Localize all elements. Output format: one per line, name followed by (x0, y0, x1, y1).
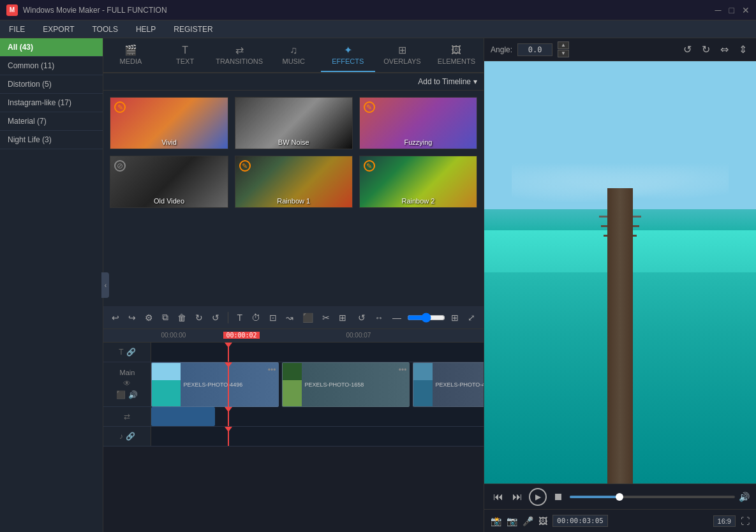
rotate-btn[interactable]: ↻ (192, 311, 206, 324)
add-to-timeline-btn[interactable]: Add to Timeline ▾ (418, 77, 477, 86)
stop-btn[interactable]: ⏹ (551, 490, 566, 504)
fx-arrow-btn[interactable]: ⇄ (124, 412, 130, 421)
clip-2-dots[interactable]: ••• (399, 366, 407, 374)
scissors-btn[interactable]: ✂ (319, 311, 333, 324)
category-nightlife[interactable]: Night Life (3) (0, 131, 103, 149)
screenshot-btn[interactable]: 🖼 (538, 516, 547, 526)
square-btn[interactable]: ⬛ (116, 390, 126, 399)
progress-bar[interactable] (570, 496, 735, 498)
volume-icon[interactable]: 🔊 (739, 492, 750, 502)
menu-file[interactable]: FILE (0, 20, 34, 38)
tab-text[interactable]: T TEXT (158, 38, 212, 72)
fullscreen-btn[interactable]: ⤢ (464, 311, 478, 324)
effect-fuzzying[interactable]: ✎ Fuzzying (359, 97, 477, 149)
pencil-icon-2: ✎ (364, 101, 375, 113)
tab-elements[interactable]: 🖼 ELEMENTS (429, 38, 484, 72)
clip-1-dots[interactable]: ••• (268, 366, 276, 374)
audio-track-label: ♪ 🔗 (103, 427, 151, 446)
clip-1[interactable]: PEXELS-PHOTO-4496 ••• (151, 362, 279, 407)
menu-export[interactable]: EXPORT (34, 20, 83, 38)
undo-btn[interactable]: ↩ (108, 311, 122, 324)
tab-transitions[interactable]: ⇄ TRANSITIONS (212, 38, 267, 72)
angle-down-btn[interactable]: ▼ (558, 50, 569, 57)
redo-btn[interactable]: ↪ (125, 311, 139, 324)
rotate-cw-btn[interactable]: ↻ (699, 42, 713, 57)
overlays-icon: ⊞ (398, 44, 406, 56)
playhead-fx (228, 407, 229, 426)
effects-track-row: ⇄ (103, 407, 484, 427)
fullscreen-preview-btn[interactable]: ⛶ (741, 516, 750, 526)
effects-clip[interactable] (151, 407, 215, 426)
camera-btn[interactable]: 📷 (507, 516, 517, 526)
tab-media-label: MEDIA (120, 57, 142, 65)
delete-btn[interactable]: 🗑 (174, 311, 189, 324)
clip-2[interactable]: PEXELS-PHOTO-1658 ••• (282, 362, 410, 407)
category-all[interactable]: All (43) (0, 38, 103, 57)
text-tool-btn[interactable]: T (119, 348, 123, 357)
tab-overlays[interactable]: ⊞ OVERLAYS (375, 38, 429, 72)
category-common[interactable]: Common (11) (0, 57, 103, 75)
angle-up-btn[interactable]: ▲ (558, 41, 569, 49)
grid-btn[interactable]: ⊞ (336, 311, 350, 324)
rotate-ccw-btn[interactable]: ↺ (681, 42, 694, 57)
loop-btn[interactable]: ↺ (355, 311, 369, 324)
minimize-btn[interactable]: ─ (715, 5, 722, 15)
effects-icon: ✦ (344, 44, 352, 56)
tab-overlays-label: OVERLAYS (383, 57, 421, 65)
tab-music[interactable]: ♫ MUSIC (267, 38, 321, 72)
category-distortion[interactable]: Distortion (5) (0, 75, 103, 94)
zoom-out-btn[interactable]: — (389, 311, 404, 324)
zoom-in-btn[interactable]: ⊞ (448, 311, 462, 324)
text-btn[interactable]: T (233, 311, 246, 324)
text-link-btn[interactable]: 🔗 (126, 348, 136, 357)
close-btn[interactable]: ✕ (742, 5, 750, 15)
anim-btn[interactable]: ↝ (283, 311, 297, 324)
tab-media[interactable]: 🎬 MEDIA (103, 38, 158, 72)
menu-register[interactable]: REGISTER (165, 20, 221, 38)
play-btn[interactable]: ▶ (529, 488, 547, 506)
effect-oldvideo[interactable]: ⊘ Old Video (110, 156, 228, 208)
rotate2-btn[interactable]: ↺ (209, 311, 223, 324)
clip-3-thumb (413, 363, 433, 406)
menu-tools[interactable]: TOOLS (83, 20, 126, 38)
audio-track-row: ♪ 🔗 (103, 427, 484, 447)
effect-vivid[interactable]: ✎ Vivid (110, 97, 228, 149)
flip-v-btn[interactable]: ⇕ (736, 42, 750, 57)
angle-input[interactable] (517, 43, 552, 56)
clip-3[interactable]: PEXELS-PHOTO-4140 ••• (413, 362, 484, 407)
mic-btn[interactable]: 🎤 (523, 516, 533, 526)
vol-btn[interactable]: 🔊 (128, 390, 138, 399)
copy-btn[interactable]: ⧉ (159, 311, 172, 324)
prev-frame-btn[interactable]: ⏭ (510, 490, 525, 504)
tabs-panel: 🎬 MEDIA T TEXT ⇄ TRANSITIONS ♫ MUSIC ✦ E… (103, 38, 484, 73)
playhead-text (228, 343, 229, 362)
category-material[interactable]: Material (7) (0, 112, 103, 131)
audio-link-btn[interactable]: 🔗 (126, 432, 135, 441)
crop-btn[interactable]: ⊡ (266, 311, 280, 324)
tab-effects[interactable]: ✦ EFFECTS (321, 38, 375, 72)
effect-rainbow1[interactable]: ✎ Rainbow 1 (235, 156, 353, 208)
angle-bar: Angle: ▲ ▼ ↺ ↻ ⇔ ⇕ (484, 38, 756, 61)
expand-btn[interactable]: ↔ (371, 311, 387, 324)
category-instagram[interactable]: Instagram-like (17) (0, 94, 103, 112)
shape-btn[interactable]: ⬛ (299, 311, 316, 324)
add-timeline-chevron: ▾ (473, 77, 477, 86)
zoom-slider[interactable] (407, 313, 445, 323)
window-controls[interactable]: ─ □ ✕ (715, 5, 750, 15)
effect-rainbow2[interactable]: ✎ Rainbow 2 (359, 156, 477, 208)
main-track-label: Main 👁 ⬛ 🔊 (103, 362, 151, 406)
audio-note-btn[interactable]: ♪ (119, 432, 123, 441)
clock-btn[interactable]: ⏱ (248, 311, 263, 324)
collapse-panel-btn[interactable]: ‹ (101, 272, 109, 298)
eye-btn[interactable]: 👁 (123, 379, 131, 388)
menu-help[interactable]: HELP (127, 20, 165, 38)
skip-start-btn[interactable]: ⏮ (491, 490, 506, 504)
maximize-btn[interactable]: □ (729, 5, 734, 15)
tab-text-label: TEXT (176, 57, 194, 65)
effect-bwnoise[interactable]: BW Noise (235, 97, 353, 149)
flip-h-btn[interactable]: ⇔ (718, 42, 731, 57)
timeline-toolbar: ↩ ↪ ⚙ ⧉ 🗑 ↻ ↺ T ⏱ ⊡ ↝ ⬛ ✂ ⊞ ↺ ↔ — ⊞ ⤢ (103, 306, 484, 329)
snapshot-btn[interactable]: 📸 (491, 516, 501, 526)
settings-btn[interactable]: ⚙ (142, 311, 156, 324)
pier (609, 209, 632, 484)
